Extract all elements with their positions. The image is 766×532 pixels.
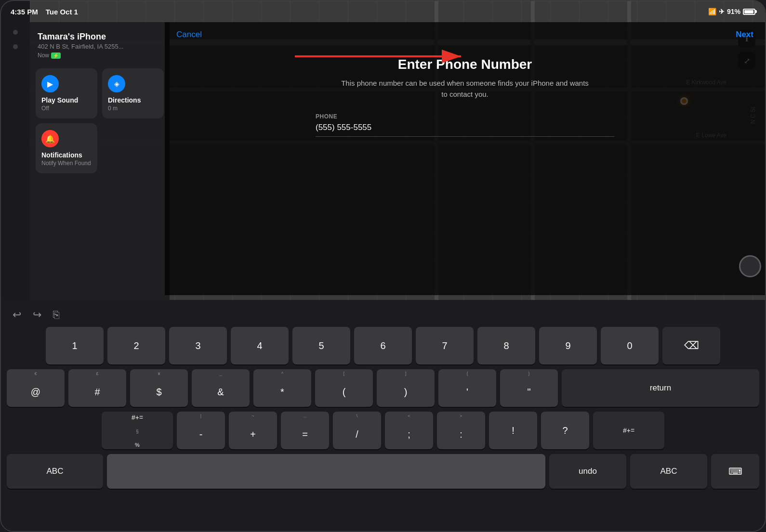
abc-button-right[interactable]: ABC [630, 454, 707, 489]
action-grid: ▶ Play Sound Off ◈ Directions 0 m 🔔 Noti… [36, 68, 164, 173]
key-6[interactable]: 6 [354, 327, 412, 364]
play-icon: ▶ [47, 79, 53, 89]
status-right: 📶 ✈ 91% [708, 8, 755, 15]
key-hash[interactable]: £# [68, 369, 126, 407]
directions-icon-wrap: ◈ [108, 75, 125, 92]
signal-icon: ✈ [719, 8, 725, 15]
notifications-title: Notifications [41, 151, 92, 159]
key-7[interactable]: 7 [416, 327, 474, 364]
dialog-overlay: Cancel Next Enter Phone Number This phon… [165, 22, 765, 295]
action-card-notifications[interactable]: 🔔 Notifications Notify When Found [36, 123, 97, 173]
keyboard-dismiss-key[interactable]: ⌨ [711, 454, 759, 489]
dialog-body: Enter Phone Number This phone number can… [165, 47, 765, 295]
delete-key[interactable]: ⌫ [662, 327, 720, 364]
ipad-frame: E Kirkwood Ave E Lowe Ave N C St 4:35 PM… [0, 0, 766, 532]
key-3[interactable]: 3 [169, 327, 227, 364]
space-bar[interactable] [107, 454, 545, 489]
key-exclaim[interactable]: ! [489, 412, 537, 449]
abc-button-left[interactable]: ABC [7, 454, 103, 489]
phone-input-value[interactable]: (555) 555-5555 [316, 123, 371, 132]
key-star[interactable]: ^* [253, 369, 311, 407]
dialog-subtitle: This phone number can be used when someo… [340, 78, 590, 100]
wifi-icon: 📶 [708, 8, 716, 15]
key-plus[interactable]: ~+ [229, 412, 277, 449]
number-row: 1 2 3 4 5 6 7 8 9 0 ⌫ [7, 327, 759, 364]
key-quote[interactable]: }" [500, 369, 558, 407]
battery-icon [743, 9, 755, 15]
action-card-play-sound[interactable]: ▶ Play Sound Off [36, 68, 97, 118]
undo-button[interactable]: ↩ [11, 307, 23, 323]
paste-button[interactable]: ⎘ [51, 307, 61, 323]
key-lparen[interactable]: [( [315, 369, 373, 407]
key-1[interactable]: 1 [46, 327, 104, 364]
device-address: 402 N B St, Fairfield, IA 5255... [38, 43, 162, 50]
play-sound-sub: Off [41, 105, 92, 112]
play-sound-title: Play Sound [41, 96, 92, 104]
device-time: Now ⚡ [38, 52, 162, 59]
key-slash[interactable]: \/ [333, 412, 381, 449]
status-time: 4:35 PM [11, 8, 38, 16]
key-at[interactable]: €@ [7, 369, 65, 407]
symbol-row-1: €@ £# ¥$ _& ^* [( ]) [7, 369, 759, 407]
notifications-icon-wrap: 🔔 [41, 130, 59, 147]
next-button[interactable]: Next [736, 30, 753, 39]
key-2[interactable]: 2 [107, 327, 165, 364]
status-date: Tue Oct 1 [46, 8, 78, 16]
special-row: #+= § % |- ~+ ...= \/ <; [7, 412, 759, 449]
phone-input-row[interactable]: (555) 555-5555 [316, 123, 614, 137]
play-sound-icon-wrap: ▶ [41, 75, 59, 92]
key-amp[interactable]: _& [192, 369, 250, 407]
key-9[interactable]: 9 [539, 327, 597, 364]
key-symbols-toggle-left[interactable]: #+= § % [102, 412, 173, 449]
key-dollar[interactable]: ¥$ [130, 369, 188, 407]
return-key[interactable]: return [562, 369, 759, 407]
phone-field-section: PHONE (555) 555-5555 [316, 113, 614, 137]
device-header: Tamara's iPhone 402 N B St, Fairfield, I… [36, 28, 164, 65]
key-question[interactable]: ? [541, 412, 589, 449]
key-apostrophe[interactable]: {' [438, 369, 496, 407]
keyboard-toolbar: ↩ ↪ ⎘ [5, 305, 761, 327]
key-4[interactable]: 4 [231, 327, 289, 364]
side-button[interactable] [739, 255, 761, 277]
key-8[interactable]: 8 [477, 327, 535, 364]
redo-button[interactable]: ↪ [31, 307, 43, 323]
undo-key[interactable]: undo [549, 454, 626, 489]
key-symbols-toggle-right[interactable]: #+= [593, 412, 664, 449]
dialog-header: Cancel Next [165, 22, 765, 47]
key-rparen[interactable]: ]) [377, 369, 435, 407]
key-colon[interactable]: >: [437, 412, 485, 449]
bell-icon: 🔔 [45, 134, 55, 143]
cancel-button[interactable]: Cancel [176, 30, 202, 39]
key-0[interactable]: 0 [601, 327, 659, 364]
key-5[interactable]: 5 [292, 327, 350, 364]
charging-badge: ⚡ [51, 52, 61, 59]
directions-sub: 0 m [108, 105, 158, 112]
device-name: Tamara's iPhone [38, 32, 162, 42]
dialog-title: Enter Phone Number [398, 57, 532, 72]
battery-percent: 91% [727, 8, 740, 15]
key-semicolon[interactable]: <; [385, 412, 433, 449]
key-equals[interactable]: ...= [281, 412, 329, 449]
action-card-directions[interactable]: ◈ Directions 0 m [102, 68, 164, 118]
status-bar: 4:35 PM Tue Oct 1 📶 ✈ 91% [1, 1, 765, 22]
bottom-row: ABC undo ABC ⌨ [7, 454, 759, 489]
notifications-sub: Notify When Found [41, 160, 92, 167]
key-minus[interactable]: |- [177, 412, 225, 449]
directions-title: Directions [108, 96, 158, 104]
phone-label: PHONE [316, 113, 614, 120]
keyboard: ↩ ↪ ⎘ 1 2 3 4 5 6 7 8 9 0 ⌫ €@ [1, 300, 765, 531]
keyboard-rows: 1 2 3 4 5 6 7 8 9 0 ⌫ €@ £# [5, 327, 761, 489]
directions-icon: ◈ [114, 80, 119, 88]
